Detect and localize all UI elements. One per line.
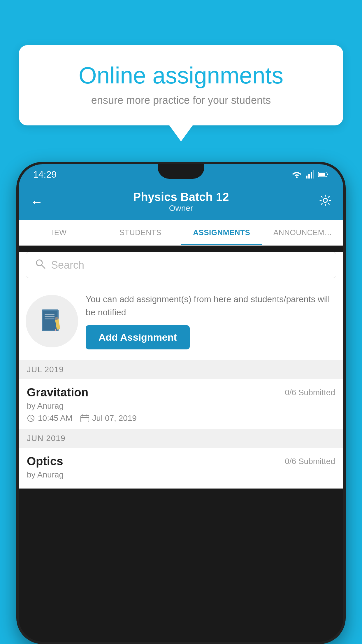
info-card-wrapper: Online assignments ensure more practice … <box>19 45 343 141</box>
svg-rect-2 <box>308 174 310 178</box>
assignment-item-optics[interactable]: Optics 0/6 Submitted by Anurag <box>19 448 343 489</box>
svg-rect-3 <box>311 172 312 178</box>
calendar-icon <box>80 414 89 422</box>
svg-rect-6 <box>319 173 325 176</box>
assignment-date-value: Jul 07, 2019 <box>92 414 137 423</box>
tab-announcements[interactable]: ANNOUNCEM… <box>262 220 344 245</box>
gear-icon <box>319 194 332 207</box>
notch <box>158 164 204 179</box>
assignment-name: Gravitation <box>27 386 88 399</box>
header-subtitle: Owner <box>133 204 229 213</box>
tab-bar: IEW STUDENTS ASSIGNMENTS ANNOUNCEM… <box>19 220 343 246</box>
search-placeholder: Search <box>51 259 84 271</box>
month-header-jun: JUN 2019 <box>19 429 343 448</box>
status-icons <box>291 170 329 178</box>
optics-name: Optics <box>27 455 63 468</box>
settings-button[interactable] <box>319 194 332 210</box>
svg-line-10 <box>41 265 45 268</box>
search-bar[interactable]: Search <box>26 252 336 278</box>
wifi-icon <box>291 170 302 178</box>
tab-iew[interactable]: IEW <box>19 220 100 245</box>
info-card: Online assignments ensure more practice … <box>19 45 343 125</box>
cta-text-block: You can add assignment(s) from here and … <box>86 293 336 349</box>
add-assignment-button[interactable]: Add Assignment <box>86 325 190 349</box>
svg-point-0 <box>296 176 298 178</box>
battery-icon <box>318 172 329 177</box>
app-header: ← Physics Batch 12 Owner <box>19 185 343 220</box>
phone-wrapper: 14:29 <box>15 162 347 644</box>
cta-section: You can add assignment(s) from here and … <box>19 284 343 360</box>
phone-frame: 14:29 <box>16 162 346 644</box>
assignment-item-gravitation[interactable]: Gravitation 0/6 Submitted by Anurag 10:4… <box>19 379 343 429</box>
phone-side-btn-left <box>16 223 17 246</box>
svg-rect-4 <box>313 170 314 178</box>
svg-rect-1 <box>306 176 307 178</box>
assignment-submitted: 0/6 Submitted <box>285 388 335 397</box>
cta-description: You can add assignment(s) from here and … <box>86 293 336 319</box>
search-icon <box>35 258 46 272</box>
app-content: Search <box>19 252 343 489</box>
svg-rect-22 <box>81 415 89 422</box>
status-bar: 14:29 <box>19 164 343 185</box>
status-bar-time: 14:29 <box>33 169 57 180</box>
signal-icon <box>306 170 314 178</box>
info-card-subtitle: ensure more practice for your students <box>39 94 323 106</box>
assignment-time-value: 10:45 AM <box>38 414 72 423</box>
svg-rect-15 <box>45 318 55 319</box>
tab-assignments[interactable]: ASSIGNMENTS <box>181 220 262 245</box>
header-title: Physics Batch 12 <box>133 190 229 204</box>
cta-icon-circle <box>26 295 78 347</box>
optics-top-row: Optics 0/6 Submitted <box>27 455 335 468</box>
assignment-time: 10:45 AM <box>27 414 72 423</box>
svg-rect-7 <box>327 174 328 175</box>
assignment-author: by Anurag <box>27 401 335 411</box>
svg-line-21 <box>31 418 32 419</box>
month-header-jul: JUL 2019 <box>19 360 343 379</box>
search-magnifier-icon <box>35 258 46 269</box>
optics-submitted: 0/6 Submitted <box>285 457 335 466</box>
back-button[interactable]: ← <box>30 195 43 209</box>
optics-author: by Anurag <box>27 470 335 480</box>
header-center: Physics Batch 12 Owner <box>133 190 229 213</box>
assignment-meta: 10:45 AM Jul 07, 2019 <box>27 414 335 423</box>
assignment-top-row: Gravitation 0/6 Submitted <box>27 386 335 399</box>
notebook-icon <box>39 308 65 334</box>
svg-point-8 <box>323 198 327 202</box>
svg-rect-13 <box>45 314 55 315</box>
phone-side-btn-right <box>345 223 346 258</box>
svg-rect-14 <box>45 316 55 317</box>
info-card-title: Online assignments <box>39 63 323 88</box>
assignment-date: Jul 07, 2019 <box>80 414 137 423</box>
bubble-arrow <box>169 125 193 141</box>
clock-icon <box>27 414 35 422</box>
tab-students[interactable]: STUDENTS <box>100 220 181 245</box>
